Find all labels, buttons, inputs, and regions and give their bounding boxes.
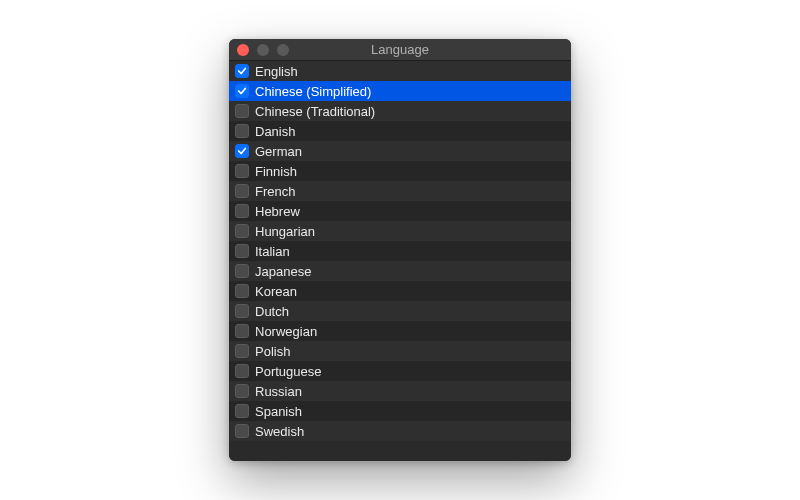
language-checkbox[interactable]: [235, 244, 249, 258]
language-list[interactable]: EnglishChinese (Simplified)Chinese (Trad…: [229, 61, 571, 461]
language-label: Hungarian: [255, 224, 315, 239]
language-checkbox[interactable]: [235, 64, 249, 78]
language-checkbox[interactable]: [235, 324, 249, 338]
language-row[interactable]: Korean: [229, 281, 571, 301]
language-label: Russian: [255, 384, 302, 399]
language-label: Polish: [255, 344, 290, 359]
language-row[interactable]: Portuguese: [229, 361, 571, 381]
traffic-lights: [229, 44, 289, 56]
language-label: French: [255, 184, 295, 199]
language-row[interactable]: Hungarian: [229, 221, 571, 241]
language-checkbox[interactable]: [235, 224, 249, 238]
language-row[interactable]: Italian: [229, 241, 571, 261]
language-label: Portuguese: [255, 364, 322, 379]
language-row[interactable]: Norwegian: [229, 321, 571, 341]
language-row[interactable]: Spanish: [229, 401, 571, 421]
language-label: Spanish: [255, 404, 302, 419]
language-label: Korean: [255, 284, 297, 299]
language-label: Hebrew: [255, 204, 300, 219]
language-row[interactable]: Dutch: [229, 301, 571, 321]
language-checkbox[interactable]: [235, 164, 249, 178]
language-label: German: [255, 144, 302, 159]
language-checkbox[interactable]: [235, 284, 249, 298]
language-label: Danish: [255, 124, 295, 139]
language-checkbox[interactable]: [235, 124, 249, 138]
maximize-button[interactable]: [277, 44, 289, 56]
titlebar: Language: [229, 39, 571, 61]
minimize-button[interactable]: [257, 44, 269, 56]
language-row[interactable]: German: [229, 141, 571, 161]
language-checkbox[interactable]: [235, 264, 249, 278]
language-row[interactable]: Finnish: [229, 161, 571, 181]
language-label: Norwegian: [255, 324, 317, 339]
language-checkbox[interactable]: [235, 204, 249, 218]
language-row[interactable]: Russian: [229, 381, 571, 401]
language-label: Dutch: [255, 304, 289, 319]
language-label: Finnish: [255, 164, 297, 179]
language-checkbox[interactable]: [235, 144, 249, 158]
language-row[interactable]: English: [229, 61, 571, 81]
language-label: Chinese (Traditional): [255, 104, 375, 119]
language-checkbox[interactable]: [235, 84, 249, 98]
language-row[interactable]: Hebrew: [229, 201, 571, 221]
language-row[interactable]: Chinese (Simplified): [229, 81, 571, 101]
language-checkbox[interactable]: [235, 404, 249, 418]
language-row[interactable]: Swedish: [229, 421, 571, 441]
language-checkbox[interactable]: [235, 104, 249, 118]
language-row[interactable]: Chinese (Traditional): [229, 101, 571, 121]
language-row[interactable]: Japanese: [229, 261, 571, 281]
language-checkbox[interactable]: [235, 304, 249, 318]
language-row[interactable]: Polish: [229, 341, 571, 361]
close-button[interactable]: [237, 44, 249, 56]
language-window: Language EnglishChinese (Simplified)Chin…: [229, 39, 571, 461]
language-checkbox[interactable]: [235, 344, 249, 358]
language-label: Chinese (Simplified): [255, 84, 371, 99]
language-checkbox[interactable]: [235, 384, 249, 398]
language-checkbox[interactable]: [235, 184, 249, 198]
check-icon: [237, 66, 247, 76]
language-checkbox[interactable]: [235, 424, 249, 438]
language-label: Italian: [255, 244, 290, 259]
language-row[interactable]: French: [229, 181, 571, 201]
check-icon: [237, 86, 247, 96]
language-label: Swedish: [255, 424, 304, 439]
language-row[interactable]: Danish: [229, 121, 571, 141]
language-label: English: [255, 64, 298, 79]
check-icon: [237, 146, 247, 156]
language-checkbox[interactable]: [235, 364, 249, 378]
language-label: Japanese: [255, 264, 311, 279]
